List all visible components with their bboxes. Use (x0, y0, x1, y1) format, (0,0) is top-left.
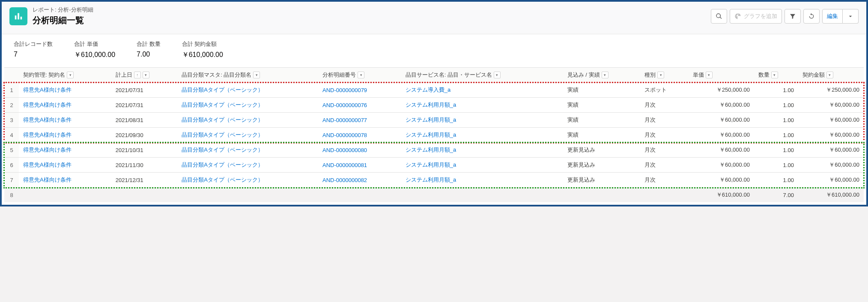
cell-status: 実績 (563, 113, 641, 128)
total-qty: 7.00 (754, 188, 798, 203)
filter-icon[interactable]: ▾ (143, 72, 149, 78)
cell-id[interactable]: AND-0000000081 (318, 158, 401, 173)
column-header[interactable]: 単価▾ (689, 68, 754, 83)
filter-icon[interactable]: ▾ (358, 72, 364, 78)
svg-rect-0 (15, 15, 17, 19)
cell-status: 実績 (563, 128, 641, 143)
row-number: 8 (4, 188, 19, 203)
cell-contract[interactable]: 得意先A様向け条件 (19, 98, 111, 113)
filter-button[interactable] (784, 9, 801, 24)
cell-category[interactable]: 品目分類Aタイプ（ベーシック） (177, 158, 318, 173)
column-header[interactable]: 品目サービス名: 品目・サービス名▾ (401, 68, 563, 83)
sort-asc-icon: ↑ (134, 72, 141, 78)
cell-service[interactable]: システム利用月額_a (401, 113, 563, 128)
toolbar: グラフを追加 編集 (711, 9, 859, 24)
column-label: 見込み / 実績 (567, 71, 600, 79)
cell-id[interactable]: AND-0000000082 (318, 173, 401, 188)
refresh-button[interactable] (803, 9, 820, 24)
report-table: 契約管理: 契約名▾計上日↑▾品目分類マスタ: 品目分類名▾分析明細番号▾品目サ… (4, 67, 864, 202)
filter-icon[interactable]: ▾ (657, 72, 664, 78)
column-header[interactable]: 品目分類マスタ: 品目分類名▾ (177, 68, 318, 83)
filter-icon[interactable]: ▾ (706, 72, 713, 78)
column-label: 計上日 (116, 71, 132, 79)
cell-category[interactable]: 品目分類Aタイプ（ベーシック） (177, 128, 318, 143)
cell-status: 実績 (563, 83, 641, 98)
cell-date: 2021/12/31 (111, 173, 178, 188)
cell-qty: 1.00 (754, 128, 798, 143)
report-header: レポート: 分析-分析明細 分析明細一覧 グラフを追加 編集 (2, 2, 866, 34)
cell-unit-price: ￥60,000.00 (689, 98, 754, 113)
column-header[interactable]: 見込み / 実績▾ (563, 68, 641, 83)
totals-row: 8￥610,000.007.00￥610,000.00 (4, 188, 864, 203)
cell-category[interactable]: 品目分類Aタイプ（ベーシック） (177, 113, 318, 128)
cell-contract[interactable]: 得意先A様向け条件 (19, 143, 111, 158)
cell-contract[interactable]: 得意先A様向け条件 (19, 113, 111, 128)
column-header[interactable]: 契約金額▾ (798, 68, 864, 83)
filter-icon[interactable]: ▾ (494, 72, 501, 78)
cell-id[interactable]: AND-0000000077 (318, 113, 401, 128)
column-header[interactable]: 数量▾ (754, 68, 798, 83)
cell-date: 2021/07/31 (111, 98, 178, 113)
cell-id[interactable]: AND-0000000076 (318, 98, 401, 113)
cell-unit-price: ￥60,000.00 (689, 113, 754, 128)
cell-contract[interactable]: 得意先A様向け条件 (19, 158, 111, 173)
edit-button[interactable]: 編集 (822, 9, 843, 24)
filter-icon[interactable]: ▾ (67, 72, 74, 78)
cell-type: 月次 (640, 173, 688, 188)
cell-qty: 1.00 (754, 143, 798, 158)
cell-date: 2021/07/31 (111, 83, 178, 98)
metric-label: 合計 単価 (74, 40, 115, 48)
column-label: 単価 (693, 71, 704, 79)
cell-category[interactable]: 品目分類Aタイプ（ベーシック） (177, 173, 318, 188)
filter-icon[interactable]: ▾ (826, 72, 833, 78)
table-row: 4得意先A様向け条件2021/09/30品目分類Aタイプ（ベーシック）AND-0… (4, 128, 864, 143)
cell-qty: 1.00 (754, 173, 798, 188)
cell-status: 更新見込み (563, 173, 641, 188)
filter-icon[interactable]: ▾ (771, 72, 778, 78)
cell-category[interactable]: 品目分類Aタイプ（ベーシック） (177, 143, 318, 158)
pie-chart-icon (734, 13, 741, 20)
cell-service[interactable]: システム利用月額_a (401, 158, 563, 173)
table-row: 6得意先A様向け条件2021/11/30品目分類Aタイプ（ベーシック）AND-0… (4, 158, 864, 173)
cell-service[interactable]: システム利用月額_a (401, 128, 563, 143)
refresh-icon (808, 13, 815, 20)
cell-date: 2021/10/31 (111, 143, 178, 158)
cell-status: 更新見込み (563, 158, 641, 173)
cell-service[interactable]: システム利用月額_a (401, 98, 563, 113)
filter-icon[interactable]: ▾ (602, 72, 608, 78)
filter-icon[interactable]: ▾ (253, 72, 260, 78)
column-header[interactable]: 計上日↑▾ (111, 68, 178, 83)
edit-dropdown-button[interactable] (843, 9, 859, 24)
column-header[interactable]: 契約管理: 契約名▾ (19, 68, 111, 83)
column-label: 数量 (758, 71, 770, 79)
column-header[interactable]: 種別▾ (640, 68, 688, 83)
column-label: 契約金額 (802, 71, 825, 79)
column-header[interactable]: 分析明細番号▾ (318, 68, 401, 83)
report-icon (9, 7, 27, 25)
table-row: 7得意先A様向け条件2021/12/31品目分類Aタイプ（ベーシック）AND-0… (4, 173, 864, 188)
cell-contract[interactable]: 得意先A様向け条件 (19, 83, 111, 98)
cell-category[interactable]: 品目分類Aタイプ（ベーシック） (177, 98, 318, 113)
cell-amount: ￥60,000.00 (798, 173, 864, 188)
total-amount: ￥610,000.00 (798, 188, 864, 203)
row-number: 2 (4, 98, 19, 113)
metric-value: 7 (14, 51, 53, 58)
cell-category[interactable]: 品目分類Aタイプ（ベーシック） (177, 83, 318, 98)
cell-service[interactable]: システム利用月額_a (401, 143, 563, 158)
cell-service[interactable]: システム利用月額_a (401, 173, 563, 188)
cell-contract[interactable]: 得意先A様向け条件 (19, 173, 111, 188)
cell-qty: 1.00 (754, 83, 798, 98)
cell-amount: ￥60,000.00 (798, 128, 864, 143)
cell-contract[interactable]: 得意先A様向け条件 (19, 128, 111, 143)
search-button[interactable] (711, 9, 727, 24)
cell-id[interactable]: AND-0000000079 (318, 83, 401, 98)
cell-service[interactable]: システム導入費_a (401, 83, 563, 98)
page-title: 分析明細一覧 (33, 15, 93, 26)
row-number: 7 (4, 173, 19, 188)
metric-value: ￥610,000.00 (74, 51, 115, 60)
add-chart-button[interactable]: グラフを追加 (730, 9, 782, 24)
cell-status: 実績 (563, 98, 641, 113)
cell-id[interactable]: AND-0000000078 (318, 128, 401, 143)
cell-id[interactable]: AND-0000000080 (318, 143, 401, 158)
cell-type: 月次 (640, 98, 688, 113)
